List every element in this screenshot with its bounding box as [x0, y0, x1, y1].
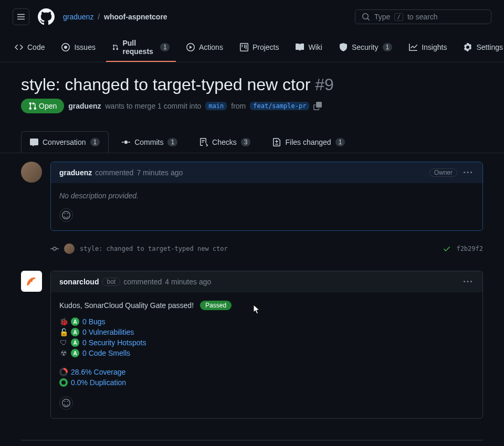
breadcrumb-repo[interactable]: whoof-aspnetcore: [104, 13, 167, 21]
coverage-donut-icon: [59, 368, 68, 376]
avatar[interactable]: [21, 271, 42, 292]
tab-files[interactable]: Files changed 1: [264, 131, 354, 153]
pr-state-badge: Open: [21, 99, 64, 113]
search-icon: [362, 13, 370, 21]
tab-conversation[interactable]: Conversation 1: [21, 131, 109, 153]
nav-actions[interactable]: Actions: [180, 38, 229, 58]
nav-security[interactable]: Security 1: [333, 38, 398, 58]
pull-request-icon: [28, 102, 37, 110]
kebab-icon: [464, 168, 472, 177]
commit-icon: [50, 245, 59, 253]
pull-request-icon: [112, 43, 119, 51]
comment-author[interactable]: sonarcloud: [59, 278, 99, 286]
search-prefix: Type: [374, 13, 390, 21]
pulls-count-badge: 1: [160, 43, 170, 51]
comment-header: sonarcloud bot commented 4 minutes ago: [51, 271, 482, 292]
pr-number: #9: [315, 75, 334, 94]
kebab-icon: [464, 278, 472, 286]
base-branch[interactable]: main: [205, 102, 227, 110]
insights-icon: [409, 43, 417, 51]
svg-point-0: [53, 247, 56, 250]
app-header: graduenz / whoof-aspnetcore Type / to se…: [0, 0, 504, 34]
file-diff-icon: [272, 138, 281, 146]
code-icon: [15, 43, 23, 51]
sonar-duplication: 0.0% Duplication: [59, 377, 474, 388]
commit-icon: [122, 138, 130, 146]
pr-author[interactable]: graduenz: [68, 102, 101, 110]
search-key: /: [394, 13, 403, 21]
smiley-icon: [62, 211, 70, 219]
checklist-icon: [200, 138, 208, 146]
breadcrumb-separator: /: [98, 13, 100, 21]
tab-checks[interactable]: Checks 3: [191, 131, 259, 153]
breadcrumb: graduenz / whoof-aspnetcore: [63, 13, 167, 21]
actions-icon: [186, 43, 195, 51]
commit-hash[interactable]: f2b29f2: [456, 245, 483, 252]
add-reaction-button[interactable]: [59, 396, 73, 410]
pr-meta: Open graduenz wants to merge 1 commit in…: [21, 99, 483, 113]
repo-nav: Code Issues Pull requests 1 Actions Proj…: [0, 34, 504, 62]
passed-badge: Passed: [200, 301, 232, 310]
duplication-donut-icon: [59, 378, 68, 387]
comment-graduenz: graduenz commented 7 minutes ago Owner N…: [21, 162, 483, 231]
push-hint: Add more commits by pushing to the feat/…: [21, 440, 483, 446]
comment-box: sonarcloud bot commented 4 minutes ago K…: [50, 271, 483, 419]
timeline: graduenz commented 7 minutes ago Owner N…: [0, 153, 504, 436]
timeline-commit: style: changed to target-typed new ctor …: [21, 239, 483, 258]
copy-icon[interactable]: [313, 102, 322, 110]
check-icon[interactable]: [443, 245, 451, 253]
sonar-vulns: 🔓 A 0 Vulnerabilities: [59, 327, 474, 337]
github-logo-icon[interactable]: [38, 8, 55, 25]
search-placeholder: to search: [407, 13, 438, 21]
comment-menu-button[interactable]: [461, 275, 474, 288]
wiki-icon: [296, 43, 304, 51]
issues-icon: [61, 43, 70, 51]
tab-commits[interactable]: Commits 1: [113, 131, 186, 153]
owner-badge: Owner: [429, 168, 457, 177]
comment-header: graduenz commented 7 minutes ago Owner: [51, 162, 482, 183]
sonar-coverage: 28.6% Coverage: [59, 367, 474, 377]
sonarcloud-icon: [24, 274, 39, 289]
comment-body: Kudos, SonarCloud Quality Gate passed! P…: [51, 292, 482, 418]
smiley-icon: [62, 399, 70, 407]
lock-icon: 🔓: [59, 328, 68, 336]
sonar-smells: ☢ A 0 Code Smells: [59, 348, 474, 358]
hamburger-icon: [17, 13, 25, 21]
menu-button[interactable]: [13, 8, 29, 25]
avatar[interactable]: [21, 162, 42, 183]
nav-insights[interactable]: Insights: [403, 38, 453, 58]
gear-icon: [464, 43, 472, 51]
comment-sonarcloud: sonarcloud bot commented 4 minutes ago K…: [21, 271, 483, 419]
nav-pulls[interactable]: Pull requests 1: [106, 34, 176, 62]
security-count-badge: 1: [383, 43, 393, 51]
nav-projects[interactable]: Projects: [234, 38, 286, 58]
head-branch[interactable]: feat/sample-pr: [250, 102, 309, 110]
comment-box: graduenz commented 7 minutes ago Owner N…: [50, 162, 483, 231]
bug-icon: 🐞: [59, 317, 68, 326]
header-left: graduenz / whoof-aspnetcore: [13, 8, 346, 25]
projects-icon: [240, 43, 248, 51]
sonar-hotspots: 🛡 A 0 Security Hotspots: [59, 337, 474, 348]
sonar-kudos: Kudos, SonarCloud Quality Gate passed!: [59, 301, 194, 310]
nav-settings[interactable]: Settings: [457, 38, 504, 58]
avatar[interactable]: [64, 243, 75, 254]
search-input[interactable]: Type / to search: [355, 9, 491, 24]
comment-time[interactable]: 7 minutes ago: [136, 168, 183, 177]
sonar-metrics: 🐞 A 0 Bugs 🔓 A 0 Vulnerabilities 🛡 A 0 S…: [59, 316, 474, 358]
pr-header: style: changed to target-typed new ctor …: [0, 62, 504, 122]
add-reaction-button[interactable]: [59, 208, 73, 222]
comment-time[interactable]: 4 minutes ago: [165, 278, 211, 286]
comment-body: No description provided.: [51, 183, 482, 230]
nav-wiki[interactable]: Wiki: [289, 38, 328, 58]
breadcrumb-owner[interactable]: graduenz: [63, 13, 93, 21]
commit-message[interactable]: style: changed to target-typed new ctor: [80, 245, 437, 252]
pr-title: style: changed to target-typed new ctor …: [21, 75, 483, 94]
sonar-bugs: 🐞 A 0 Bugs: [59, 316, 474, 327]
nav-code[interactable]: Code: [8, 38, 51, 58]
shield-icon: [339, 43, 348, 51]
comment-author[interactable]: graduenz: [59, 168, 92, 177]
nav-issues[interactable]: Issues: [55, 38, 101, 58]
pr-tabs: Conversation 1 Commits 1 Checks 3 Files …: [0, 131, 504, 153]
shield-icon: 🛡: [59, 338, 68, 347]
comment-menu-button[interactable]: [461, 166, 474, 179]
